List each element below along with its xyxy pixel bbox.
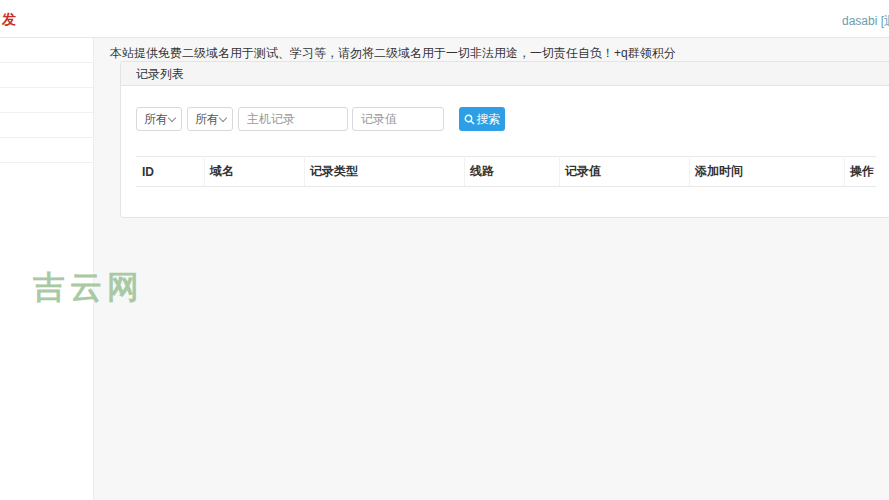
panel-heading: 记录列表	[121, 62, 889, 86]
select-value: 所有	[144, 111, 168, 128]
chevron-down-icon	[168, 113, 176, 121]
user-account-link[interactable]: dasabi [退	[842, 13, 889, 30]
col-header-line: 线路	[465, 157, 560, 187]
select-value: 所有	[195, 111, 219, 128]
line-select[interactable]: 所有	[187, 107, 233, 131]
records-table: ID 域名 记录类型 线路 记录值 添加时间 操作	[136, 156, 876, 187]
sidebar-item[interactable]	[0, 88, 93, 113]
sidebar-item[interactable]	[0, 138, 93, 163]
table-header-row: ID 域名 记录类型 线路 记录值 添加时间 操作	[137, 157, 876, 187]
chevron-down-icon	[219, 113, 227, 121]
panel-title: 记录列表	[136, 67, 184, 81]
record-type-select[interactable]: 所有	[136, 107, 182, 131]
main-content: 本站提供免费二级域名用于测试、学习等，请勿将二级域名用于一切非法用途，一切责任自…	[94, 38, 889, 500]
col-header-domain: 域名	[205, 157, 305, 187]
records-panel: 记录列表 所有 所有	[120, 61, 889, 218]
host-record-input[interactable]	[238, 107, 348, 131]
notice-text: 本站提供免费二级域名用于测试、学习等，请勿将二级域名用于一切非法用途，一切责任自…	[110, 46, 889, 60]
filter-bar: 所有 所有 搜索	[136, 107, 876, 131]
sidebar-item[interactable]	[0, 63, 93, 88]
search-icon	[464, 114, 475, 125]
sidebar-item[interactable]	[0, 38, 93, 63]
sidebar	[0, 38, 94, 500]
col-header-value: 记录值	[560, 157, 690, 187]
col-header-action: 操作	[845, 157, 876, 187]
col-header-added: 添加时间	[690, 157, 845, 187]
site-logo[interactable]: 发	[2, 11, 16, 29]
record-value-input[interactable]	[352, 107, 444, 131]
search-button[interactable]: 搜索	[459, 107, 505, 131]
topbar: 发 dasabi [退	[0, 0, 889, 38]
panel-body: 所有 所有 搜索	[121, 86, 889, 217]
col-header-id: ID	[137, 157, 205, 187]
col-header-type: 记录类型	[305, 157, 465, 187]
sidebar-item[interactable]	[0, 113, 93, 138]
search-button-label: 搜索	[477, 111, 501, 128]
